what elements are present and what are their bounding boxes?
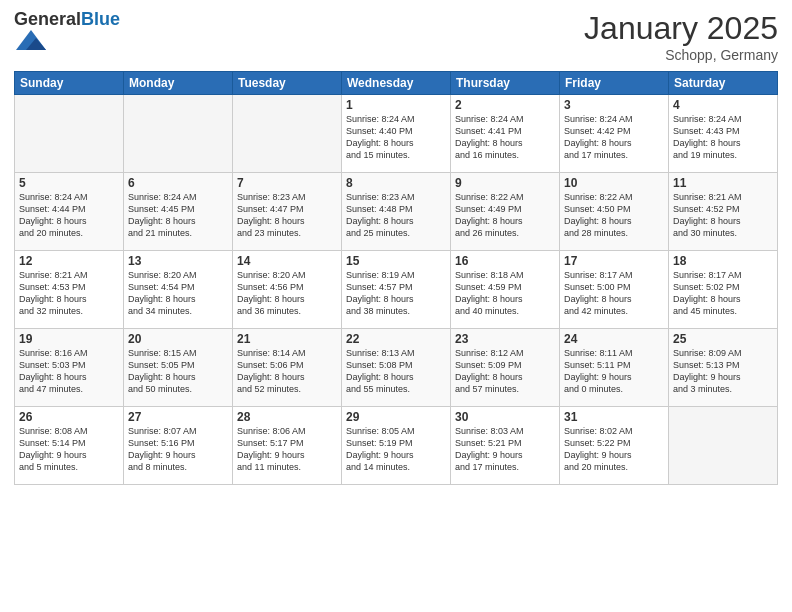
day-number: 10	[564, 176, 664, 190]
day-number: 1	[346, 98, 446, 112]
day-info: Sunrise: 8:20 AM Sunset: 4:56 PM Dayligh…	[237, 269, 337, 318]
logo-blue: Blue	[81, 9, 120, 29]
day-number: 3	[564, 98, 664, 112]
calendar-cell-w5-d1: 26Sunrise: 8:08 AM Sunset: 5:14 PM Dayli…	[15, 407, 124, 485]
calendar-cell-w3-d3: 14Sunrise: 8:20 AM Sunset: 4:56 PM Dayli…	[233, 251, 342, 329]
calendar-cell-w1-d7: 4Sunrise: 8:24 AM Sunset: 4:43 PM Daylig…	[669, 95, 778, 173]
calendar-cell-w5-d6: 31Sunrise: 8:02 AM Sunset: 5:22 PM Dayli…	[560, 407, 669, 485]
day-info: Sunrise: 8:14 AM Sunset: 5:06 PM Dayligh…	[237, 347, 337, 396]
day-number: 20	[128, 332, 228, 346]
calendar-cell-w3-d5: 16Sunrise: 8:18 AM Sunset: 4:59 PM Dayli…	[451, 251, 560, 329]
day-number: 29	[346, 410, 446, 424]
day-number: 19	[19, 332, 119, 346]
day-number: 18	[673, 254, 773, 268]
calendar-cell-w4-d5: 23Sunrise: 8:12 AM Sunset: 5:09 PM Dayli…	[451, 329, 560, 407]
day-number: 7	[237, 176, 337, 190]
header-thursday: Thursday	[451, 72, 560, 95]
day-info: Sunrise: 8:24 AM Sunset: 4:42 PM Dayligh…	[564, 113, 664, 162]
day-number: 5	[19, 176, 119, 190]
calendar-cell-w5-d3: 28Sunrise: 8:06 AM Sunset: 5:17 PM Dayli…	[233, 407, 342, 485]
calendar-cell-w4-d2: 20Sunrise: 8:15 AM Sunset: 5:05 PM Dayli…	[124, 329, 233, 407]
calendar-cell-w2-d3: 7Sunrise: 8:23 AM Sunset: 4:47 PM Daylig…	[233, 173, 342, 251]
day-info: Sunrise: 8:18 AM Sunset: 4:59 PM Dayligh…	[455, 269, 555, 318]
header-monday: Monday	[124, 72, 233, 95]
day-number: 25	[673, 332, 773, 346]
day-number: 22	[346, 332, 446, 346]
day-info: Sunrise: 8:24 AM Sunset: 4:41 PM Dayligh…	[455, 113, 555, 162]
header-wednesday: Wednesday	[342, 72, 451, 95]
calendar-cell-w2-d6: 10Sunrise: 8:22 AM Sunset: 4:50 PM Dayli…	[560, 173, 669, 251]
logo-general: General	[14, 9, 81, 29]
weekday-header-row: Sunday Monday Tuesday Wednesday Thursday…	[15, 72, 778, 95]
day-info: Sunrise: 8:08 AM Sunset: 5:14 PM Dayligh…	[19, 425, 119, 474]
title-block: January 2025 Schopp, Germany	[584, 10, 778, 63]
day-info: Sunrise: 8:24 AM Sunset: 4:45 PM Dayligh…	[128, 191, 228, 240]
day-number: 27	[128, 410, 228, 424]
day-info: Sunrise: 8:22 AM Sunset: 4:49 PM Dayligh…	[455, 191, 555, 240]
day-info: Sunrise: 8:24 AM Sunset: 4:44 PM Dayligh…	[19, 191, 119, 240]
header-tuesday: Tuesday	[233, 72, 342, 95]
day-info: Sunrise: 8:21 AM Sunset: 4:52 PM Dayligh…	[673, 191, 773, 240]
day-number: 14	[237, 254, 337, 268]
day-info: Sunrise: 8:22 AM Sunset: 4:50 PM Dayligh…	[564, 191, 664, 240]
day-number: 11	[673, 176, 773, 190]
calendar-cell-w2-d1: 5Sunrise: 8:24 AM Sunset: 4:44 PM Daylig…	[15, 173, 124, 251]
day-info: Sunrise: 8:17 AM Sunset: 5:02 PM Dayligh…	[673, 269, 773, 318]
day-number: 30	[455, 410, 555, 424]
day-info: Sunrise: 8:23 AM Sunset: 4:48 PM Dayligh…	[346, 191, 446, 240]
day-number: 23	[455, 332, 555, 346]
day-number: 9	[455, 176, 555, 190]
day-info: Sunrise: 8:11 AM Sunset: 5:11 PM Dayligh…	[564, 347, 664, 396]
calendar-cell-w3-d1: 12Sunrise: 8:21 AM Sunset: 4:53 PM Dayli…	[15, 251, 124, 329]
day-info: Sunrise: 8:05 AM Sunset: 5:19 PM Dayligh…	[346, 425, 446, 474]
day-info: Sunrise: 8:20 AM Sunset: 4:54 PM Dayligh…	[128, 269, 228, 318]
logo-text: GeneralBlue	[14, 10, 120, 28]
day-number: 6	[128, 176, 228, 190]
day-number: 13	[128, 254, 228, 268]
calendar-cell-w2-d7: 11Sunrise: 8:21 AM Sunset: 4:52 PM Dayli…	[669, 173, 778, 251]
calendar-cell-w4-d4: 22Sunrise: 8:13 AM Sunset: 5:08 PM Dayli…	[342, 329, 451, 407]
day-info: Sunrise: 8:23 AM Sunset: 4:47 PM Dayligh…	[237, 191, 337, 240]
day-info: Sunrise: 8:13 AM Sunset: 5:08 PM Dayligh…	[346, 347, 446, 396]
day-number: 17	[564, 254, 664, 268]
location-subtitle: Schopp, Germany	[584, 47, 778, 63]
day-number: 28	[237, 410, 337, 424]
week-row-2: 5Sunrise: 8:24 AM Sunset: 4:44 PM Daylig…	[15, 173, 778, 251]
calendar-cell-w1-d5: 2Sunrise: 8:24 AM Sunset: 4:41 PM Daylig…	[451, 95, 560, 173]
calendar-cell-w5-d5: 30Sunrise: 8:03 AM Sunset: 5:21 PM Dayli…	[451, 407, 560, 485]
calendar-cell-w2-d2: 6Sunrise: 8:24 AM Sunset: 4:45 PM Daylig…	[124, 173, 233, 251]
header-friday: Friday	[560, 72, 669, 95]
week-row-3: 12Sunrise: 8:21 AM Sunset: 4:53 PM Dayli…	[15, 251, 778, 329]
day-info: Sunrise: 8:19 AM Sunset: 4:57 PM Dayligh…	[346, 269, 446, 318]
day-info: Sunrise: 8:24 AM Sunset: 4:43 PM Dayligh…	[673, 113, 773, 162]
calendar: Sunday Monday Tuesday Wednesday Thursday…	[14, 71, 778, 485]
day-info: Sunrise: 8:21 AM Sunset: 4:53 PM Dayligh…	[19, 269, 119, 318]
calendar-cell-w3-d7: 18Sunrise: 8:17 AM Sunset: 5:02 PM Dayli…	[669, 251, 778, 329]
header-saturday: Saturday	[669, 72, 778, 95]
logo-icon	[16, 28, 46, 52]
day-number: 21	[237, 332, 337, 346]
calendar-cell-w4-d1: 19Sunrise: 8:16 AM Sunset: 5:03 PM Dayli…	[15, 329, 124, 407]
day-info: Sunrise: 8:06 AM Sunset: 5:17 PM Dayligh…	[237, 425, 337, 474]
logo: GeneralBlue	[14, 10, 120, 56]
calendar-cell-w1-d2	[124, 95, 233, 173]
week-row-5: 26Sunrise: 8:08 AM Sunset: 5:14 PM Dayli…	[15, 407, 778, 485]
day-info: Sunrise: 8:02 AM Sunset: 5:22 PM Dayligh…	[564, 425, 664, 474]
calendar-cell-w1-d4: 1Sunrise: 8:24 AM Sunset: 4:40 PM Daylig…	[342, 95, 451, 173]
page: GeneralBlue January 2025 Schopp, Germany…	[0, 0, 792, 612]
calendar-cell-w4-d6: 24Sunrise: 8:11 AM Sunset: 5:11 PM Dayli…	[560, 329, 669, 407]
calendar-cell-w1-d3	[233, 95, 342, 173]
week-row-4: 19Sunrise: 8:16 AM Sunset: 5:03 PM Dayli…	[15, 329, 778, 407]
calendar-cell-w2-d5: 9Sunrise: 8:22 AM Sunset: 4:49 PM Daylig…	[451, 173, 560, 251]
day-number: 31	[564, 410, 664, 424]
calendar-cell-w5-d2: 27Sunrise: 8:07 AM Sunset: 5:16 PM Dayli…	[124, 407, 233, 485]
calendar-cell-w3-d4: 15Sunrise: 8:19 AM Sunset: 4:57 PM Dayli…	[342, 251, 451, 329]
calendar-cell-w3-d2: 13Sunrise: 8:20 AM Sunset: 4:54 PM Dayli…	[124, 251, 233, 329]
calendar-cell-w4-d3: 21Sunrise: 8:14 AM Sunset: 5:06 PM Dayli…	[233, 329, 342, 407]
day-info: Sunrise: 8:07 AM Sunset: 5:16 PM Dayligh…	[128, 425, 228, 474]
calendar-cell-w3-d6: 17Sunrise: 8:17 AM Sunset: 5:00 PM Dayli…	[560, 251, 669, 329]
day-number: 12	[19, 254, 119, 268]
calendar-cell-w4-d7: 25Sunrise: 8:09 AM Sunset: 5:13 PM Dayli…	[669, 329, 778, 407]
calendar-cell-w2-d4: 8Sunrise: 8:23 AM Sunset: 4:48 PM Daylig…	[342, 173, 451, 251]
day-info: Sunrise: 8:12 AM Sunset: 5:09 PM Dayligh…	[455, 347, 555, 396]
